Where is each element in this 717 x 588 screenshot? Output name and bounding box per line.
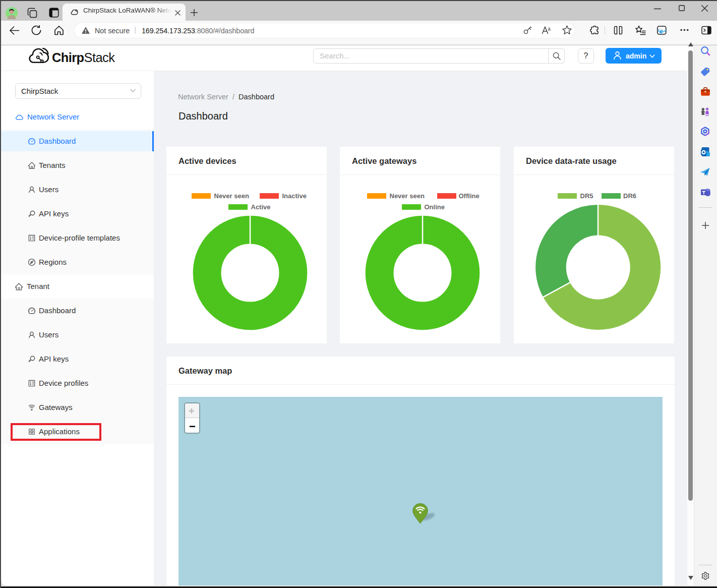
svg-text:e: e xyxy=(660,27,663,35)
